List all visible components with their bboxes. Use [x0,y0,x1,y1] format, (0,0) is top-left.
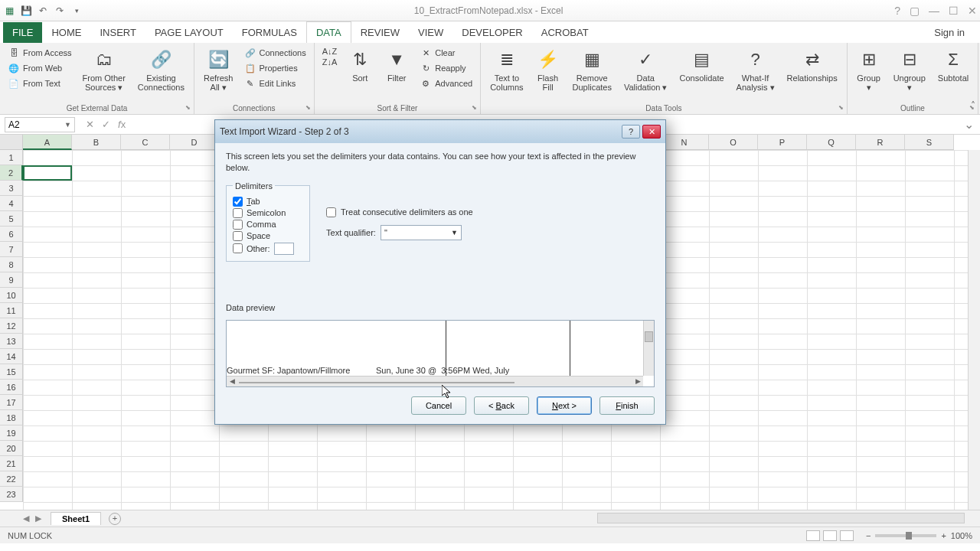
row-header[interactable]: 15 [0,364,23,380]
vertical-scrollbar[interactable] [968,150,980,510]
row-header[interactable]: 5 [0,211,23,227]
view-pagelayout-icon[interactable] [823,530,837,541]
text-qualifier-select[interactable]: " ▼ [381,225,462,240]
accept-formula-icon[interactable]: ✓ [102,119,110,130]
sort-asc-button[interactable]: A↓Z [321,46,339,57]
sheet-nav-next-icon[interactable]: ▶ [35,514,41,523]
sort-button[interactable]: ⇅Sort [345,46,375,84]
row-header[interactable]: 17 [0,395,23,410]
row-header[interactable]: 22 [0,471,23,487]
existing-connections-button[interactable]: 🔗Existing Connections [135,46,188,93]
view-pagebreak-icon[interactable] [840,530,854,541]
remove-duplicates-button[interactable]: ▦Remove Duplicates [570,46,615,93]
from-access-button[interactable]: 🗄From Access [6,46,74,60]
row-header[interactable]: 16 [0,380,23,395]
tab-data[interactable]: DATA [306,21,351,43]
column-header[interactable]: D [170,135,219,150]
dialog-help-button[interactable]: ? [622,125,640,139]
column-header[interactable]: N [660,135,709,150]
whatif-button[interactable]: ?What-If Analysis ▾ [733,46,778,93]
back-button[interactable]: < Back [474,396,529,415]
qat-more-icon[interactable]: ▾ [70,5,83,17]
save-icon[interactable]: 💾 [20,5,32,17]
namebox-dropdown-icon[interactable]: ▼ [64,121,71,129]
subtotal-button[interactable]: ΣSubtotal [935,46,972,84]
tab-developer[interactable]: DEVELOPER [452,22,531,43]
cancel-button[interactable]: Cancel [411,396,466,415]
edit-links-button[interactable]: ✎Edit Links [243,77,308,90]
redo-icon[interactable]: ↷ [54,5,66,17]
row-header[interactable]: 21 [0,456,23,471]
reapply-button[interactable]: ↻Reapply [418,61,474,75]
column-header[interactable]: C [121,135,170,150]
row-header[interactable]: 18 [0,410,23,425]
row-header[interactable]: 13 [0,334,23,349]
filter-button[interactable]: ▼Filter [381,46,412,84]
row-header[interactable]: 23 [0,487,23,502]
relationships-button[interactable]: ⇄Relationships [784,46,841,84]
tab-formulas[interactable]: FORMULAS [233,22,306,43]
preview-vscroll[interactable] [643,321,654,376]
cancel-formula-icon[interactable]: ✕ [86,119,94,130]
column-header[interactable]: A [23,135,72,150]
preview-hscroll[interactable]: ◀▶ [227,376,643,386]
properties-button[interactable]: 📋Properties [243,61,308,75]
tab-review[interactable]: REVIEW [351,22,409,43]
row-header[interactable]: 20 [0,441,23,456]
ribbon-display-icon[interactable]: ▢ [910,5,920,17]
from-web-button[interactable]: 🌐From Web [6,61,74,75]
row-header[interactable]: 19 [0,425,23,441]
undo-icon[interactable]: ↶ [37,5,49,17]
sheet-nav-prev-icon[interactable]: ◀ [23,514,29,523]
column-header[interactable]: B [72,135,121,150]
dialog-titlebar[interactable]: Text Import Wizard - Step 2 of 3 ? ✕ [215,120,665,143]
column-header[interactable]: Q [807,135,856,150]
row-header[interactable]: 12 [0,318,23,334]
text-to-columns-button[interactable]: ≣Text to Columns [487,46,526,93]
from-other-sources-button[interactable]: 🗂From Other Sources ▾ [80,46,129,93]
consolidate-button[interactable]: ▤Consolidate [676,46,727,84]
row-header[interactable]: 3 [0,181,23,196]
delimiter-semicolon-checkbox[interactable] [233,208,243,218]
ungroup-button[interactable]: ⊟Ungroup ▾ [890,46,929,93]
close-window-icon[interactable]: ✕ [968,5,977,17]
next-button[interactable]: Next > [537,396,592,415]
from-text-button[interactable]: 📄From Text [6,77,74,90]
collapse-ribbon-icon[interactable]: ˄ [971,100,975,111]
fx-icon[interactable]: fx [118,119,126,130]
delimiter-other-checkbox[interactable] [233,243,243,253]
row-header[interactable]: 9 [0,272,23,288]
add-sheet-button[interactable]: + [109,513,121,525]
active-cell[interactable] [23,165,72,181]
advanced-filter-button[interactable]: ⚙Advanced [418,77,474,90]
row-header[interactable]: 11 [0,303,23,318]
zoom-level[interactable]: 100% [951,531,972,540]
delimiter-tab-checkbox[interactable] [233,197,243,207]
data-validation-button[interactable]: ✓Data Validation ▾ [621,46,671,93]
delimiter-comma-checkbox[interactable] [233,220,243,230]
horizontal-scrollbar[interactable] [597,513,965,523]
row-header[interactable]: 6 [0,227,23,242]
column-header[interactable]: S [905,135,954,150]
column-header[interactable]: R [856,135,905,150]
sign-in-link[interactable]: Sign in [928,22,971,43]
row-header[interactable]: 2 [0,165,23,181]
group-button[interactable]: ⊞Group ▾ [854,46,884,93]
delimiter-other-input[interactable] [274,243,294,255]
dialog-close-button[interactable]: ✕ [642,125,661,139]
row-header[interactable]: 7 [0,242,23,257]
minimize-icon[interactable]: — [929,5,939,17]
maximize-icon[interactable]: ☐ [949,5,959,17]
finish-button[interactable]: Finish [599,396,655,415]
tab-page-layout[interactable]: PAGE LAYOUT [145,22,233,43]
row-header[interactable]: 8 [0,257,23,272]
zoom-out-button[interactable]: − [866,531,871,540]
flash-fill-button[interactable]: ⚡Flash Fill [533,46,564,93]
column-header[interactable]: O [709,135,758,150]
tab-home[interactable]: HOME [42,22,90,43]
sheet-tab[interactable]: Sheet1 [51,512,101,525]
tab-view[interactable]: VIEW [409,22,452,43]
row-header[interactable]: 14 [0,349,23,364]
name-box[interactable]: A2▼ [5,117,75,132]
formula-expand-icon[interactable]: ⌄ [958,117,980,132]
